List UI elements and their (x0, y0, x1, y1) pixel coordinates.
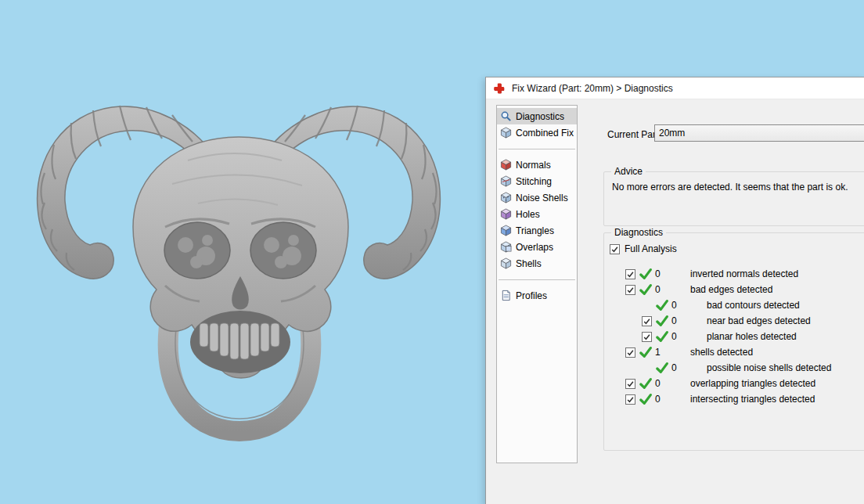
sidebar-item-overlaps[interactable]: Overlaps (497, 239, 577, 255)
sidebar-item-stitching[interactable]: Stitching (497, 173, 577, 189)
diagnostic-row: 0intersecting triangles detected (604, 391, 864, 407)
diagnostic-label: inverted normals detected (690, 268, 798, 279)
diagnostic-label: bad edges detected (690, 284, 772, 295)
cube-blue-icon (500, 225, 512, 236)
green-check-icon (656, 299, 668, 311)
green-check-icon (656, 362, 668, 374)
cube-icon (500, 127, 512, 139)
diagnostic-count: 0 (655, 394, 690, 405)
sidebar-item-shells[interactable]: Shells (497, 255, 577, 272)
sidebar-item-label: Combined Fix (516, 128, 574, 139)
checkbox-slot (625, 379, 639, 389)
checkbox-slot (625, 285, 639, 295)
full-analysis-row: Full Analysis (610, 243, 677, 254)
diagnostic-count: 0 (655, 284, 690, 295)
sidebar-item-label: Diagnostics (516, 111, 564, 122)
green-check-icon (656, 330, 668, 343)
sidebar-item-label: Holes (516, 209, 540, 220)
cube-red-icon (500, 159, 512, 171)
diagnostic-row: 0bad contours detected (604, 297, 864, 313)
diagnostic-checkbox[interactable] (625, 285, 635, 295)
cube-purple-icon (500, 208, 512, 220)
diagnostic-label: planar holes detected (707, 331, 797, 342)
diagnostic-label: overlapping triangles detected (690, 378, 815, 389)
sidebar-item-label: Triangles (516, 225, 554, 236)
diagnostic-count: 0 (655, 268, 690, 279)
sidebar-item-triangles[interactable]: Triangles (497, 222, 577, 239)
dialog-title: Fix Wizard (Part: 20mm) > Diagnostics (512, 83, 673, 94)
diagnostic-label: bad contours detected (707, 300, 800, 311)
diagnostic-label: near bad edges detected (707, 315, 811, 326)
sidebar-item-label: Shells (516, 258, 542, 269)
sidebar-item-label: Profiles (516, 290, 547, 301)
cube-shell-icon (500, 257, 512, 269)
magnifier-icon (500, 110, 512, 122)
checkbox-slot (625, 394, 639, 405)
full-analysis-label: Full Analysis (625, 243, 677, 254)
sidebar-item-label: Normals (516, 160, 551, 171)
sidebar-item-diagnostics[interactable]: Diagnostics (497, 108, 577, 124)
sidebar-item-normals[interactable]: Normals (497, 157, 577, 173)
diagnostic-row: 1shells detected (604, 344, 864, 360)
cube-stitch-icon (500, 175, 512, 187)
green-check-icon (639, 283, 652, 296)
sidebar-item-combined-fix[interactable]: Combined Fix (497, 124, 577, 141)
diagnostic-checkbox[interactable] (642, 332, 652, 342)
current-part-label: Current Part: (607, 129, 661, 140)
dialog-body: DiagnosticsCombined FixNormalsStitchingN… (486, 99, 864, 504)
advice-groupbox: Advice No more errors are detected. It s… (603, 171, 864, 226)
diagnostic-rows: 0inverted normals detected0bad edges det… (604, 266, 864, 407)
advice-groupbox-title: Advice (611, 166, 646, 178)
sidebar-separator (497, 272, 577, 287)
sidebar-item-noise-shells[interactable]: Noise Shells (497, 189, 577, 206)
full-analysis-checkbox[interactable] (610, 244, 620, 254)
green-check-icon (639, 268, 652, 280)
current-part-input[interactable] (654, 124, 864, 142)
fixwizard-sidebar: DiagnosticsCombined FixNormalsStitchingN… (496, 105, 578, 463)
diagnostic-checkbox[interactable] (642, 316, 652, 326)
diagnostics-groupbox: Diagnostics Full Analysis 0inverted norm… (603, 232, 864, 451)
cube-dots-icon (500, 192, 512, 203)
diagnostic-checkbox[interactable] (625, 394, 635, 405)
sidebar-item-profiles[interactable]: Profiles (497, 287, 577, 304)
diagnostic-row: 0bad edges detected (604, 282, 864, 297)
green-check-icon (639, 346, 652, 358)
document-icon (500, 290, 512, 301)
diagnostic-label: possible noise shells detected (707, 362, 831, 373)
checkbox-slot (642, 332, 656, 342)
diagnostic-label: intersecting triangles detected (690, 394, 815, 405)
dialog-titlebar[interactable]: Fix Wizard (Part: 20mm) > Diagnostics (486, 77, 864, 99)
diagnostic-checkbox[interactable] (625, 379, 635, 389)
checkbox-slot (625, 269, 639, 279)
checkbox-slot (642, 316, 656, 326)
sidebar-item-label: Noise Shells (516, 193, 568, 203)
diagnostic-count: 1 (655, 347, 690, 358)
cube-overlap-icon (500, 241, 512, 253)
checkbox-slot (625, 347, 639, 358)
diagnostic-row: 0planar holes detected (604, 329, 864, 344)
sidebar-item-label: Stitching (516, 176, 552, 187)
fix-wizard-cross-icon (493, 82, 506, 95)
3d-viewport[interactable]: Fix Wizard (Part: 20mm) > Diagnostics Di… (0, 0, 864, 504)
fix-wizard-dialog: Fix Wizard (Part: 20mm) > Diagnostics Di… (485, 77, 864, 504)
diagnostic-count: 0 (671, 300, 707, 311)
diagnostic-row: 0near bad edges detected (604, 313, 864, 329)
green-check-icon (656, 315, 668, 327)
advice-text: No more errors are detected. It seems th… (612, 182, 848, 193)
diagnostic-row: 0overlapping triangles detected (604, 376, 864, 391)
diagnostics-groupbox-title: Diagnostics (611, 227, 666, 239)
green-check-icon (639, 393, 652, 405)
diagnostic-checkbox[interactable] (625, 347, 635, 358)
sidebar-item-holes[interactable]: Holes (497, 206, 577, 222)
diagnostic-count: 0 (671, 331, 707, 342)
diagnostic-count: 0 (671, 362, 707, 373)
diagnostic-label: shells detected (690, 347, 753, 358)
diagnostic-row: 0inverted normals detected (604, 266, 864, 282)
sidebar-separator (497, 141, 577, 157)
diagnostic-checkbox[interactable] (625, 269, 635, 279)
diagnostic-count: 0 (655, 378, 690, 389)
diagnostic-count: 0 (671, 315, 707, 326)
skull-ring-model (12, 59, 466, 458)
sidebar-item-label: Overlaps (516, 242, 553, 253)
diagnostic-row: 0possible noise shells detected (604, 360, 864, 376)
